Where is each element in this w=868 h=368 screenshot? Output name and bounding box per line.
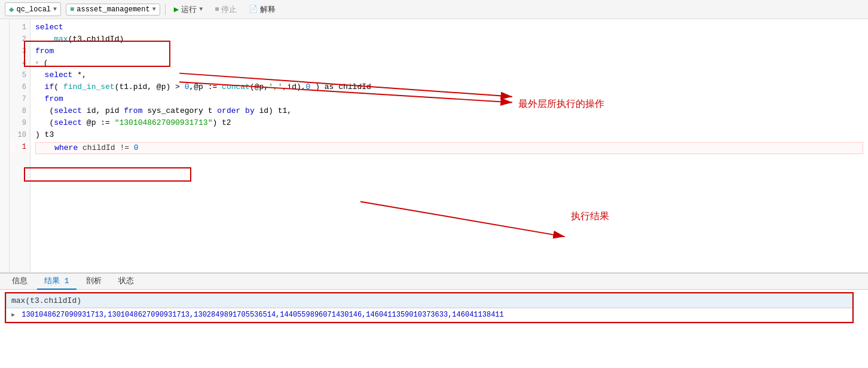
tab-status[interactable]: 状态	[111, 273, 141, 290]
tab-info[interactable]: 信息	[5, 273, 35, 290]
num-0-6: 0	[185, 81, 190, 93]
code-line-9: ( select @p := "130104862709093171​3" ) …	[35, 117, 863, 129]
code-content[interactable]: select max ( t3.childId ) from ▿ (	[30, 19, 868, 276]
run-button[interactable]: ▶ 运行 ▼	[170, 3, 206, 16]
table-selector[interactable]: ■ assset_management ▼	[66, 4, 160, 16]
result-cell: ► 130104862709093171​3,13010486270909317…	[7, 308, 852, 322]
db-dropdown-arrow[interactable]: ▼	[53, 6, 57, 13]
code-line-4: ▿ (	[35, 57, 863, 69]
code-line-5: select *,	[35, 69, 863, 81]
table-dropdown-arrow[interactable]: ▼	[152, 6, 156, 13]
line-num-10: 10	[10, 129, 30, 141]
table-row: ► 130104862709093171​3,13010486270909317…	[7, 308, 852, 322]
paren-8a: (	[49, 105, 54, 117]
kw-select-5: select	[45, 69, 73, 81]
tbl-8: sys_category t	[142, 105, 217, 117]
toolbar: ◆ qc_local ▼ ■ assset_management ▼ ▶ 运行 …	[0, 0, 868, 19]
tab-results[interactable]: 结果 1	[37, 273, 77, 290]
kw-order-8: order by	[217, 105, 254, 117]
where-cond: childId !=	[78, 142, 134, 154]
code-line-10: ) t3	[35, 129, 863, 141]
kw-from-3: from	[35, 45, 54, 57]
paren-6a: (	[54, 81, 63, 93]
kw-from-8: from	[124, 105, 142, 117]
kw-if-6: if	[45, 81, 54, 93]
line-num-5: 5	[10, 69, 30, 81]
func-max: max	[54, 33, 68, 45]
explain-icon: 📄	[249, 5, 258, 14]
indent-7	[35, 93, 45, 105]
stop-icon: ■	[215, 5, 219, 14]
line-num-9: 9	[10, 117, 30, 129]
code-line-2: max ( t3.childId )	[35, 33, 863, 45]
code-line-8: ( select id, pid from sys_category t ord…	[35, 105, 863, 117]
concat-args2: ,id),	[283, 81, 306, 93]
code-line-1: select	[35, 22, 863, 33]
explain-button[interactable]: 📄 解释	[245, 3, 279, 16]
alias-9: ) t2	[212, 117, 231, 129]
paren-6b: ) as childId	[310, 81, 371, 93]
where-indent	[36, 142, 54, 154]
left-gutter	[0, 19, 10, 276]
line-num-8: 8	[10, 105, 30, 117]
db-name: qc_local	[16, 5, 51, 14]
line-num-3: 3	[10, 45, 30, 57]
results-wrapper: max(t3.childId) ► 130104862709093171​3,1…	[0, 290, 868, 328]
paren-2b: )	[119, 33, 124, 45]
line-num-2: 2	[10, 33, 30, 45]
result-table: max(t3.childId) ► 130104862709093171​3,1…	[6, 293, 852, 322]
indent-8	[35, 105, 49, 117]
concat-args: (@p,	[250, 81, 268, 93]
t3-childid: t3.childId	[72, 33, 119, 45]
run-dropdown-arrow[interactable]: ▼	[199, 6, 203, 13]
explain-label: 解释	[260, 4, 276, 15]
indent-6	[35, 81, 45, 93]
indent-5	[35, 69, 45, 81]
comma-6: ,@p :=	[190, 81, 222, 93]
where-val: 0	[134, 142, 139, 154]
cols-8: id, pid	[82, 105, 124, 117]
indent-9	[35, 117, 49, 129]
tabs-bar: 信息 结果 1 剖析 状态	[0, 273, 868, 290]
run-label: 运行	[181, 4, 197, 15]
tab-profile[interactable]: 剖析	[79, 273, 109, 290]
stop-button[interactable]: ■ 停止	[211, 3, 240, 16]
line-num-4: 4	[10, 57, 30, 69]
code-editor[interactable]: 1 2 3 4 5 6 7 8 9 10 1 select max ( t3.c…	[0, 19, 868, 276]
db-selector[interactable]: ◆ qc_local ▼	[5, 2, 61, 16]
func-find: find_in_set	[63, 81, 115, 93]
star-5: *,	[72, 69, 86, 81]
code-line-7: from	[35, 93, 863, 105]
paren-9a: (	[49, 117, 54, 129]
play-icon: ▶	[174, 4, 179, 14]
paren-4: (	[39, 57, 48, 69]
num-0-6b: 0	[306, 81, 311, 93]
kw-from-7: from	[45, 93, 63, 105]
result-col-header: max(t3.childId)	[7, 294, 852, 308]
code-line-6: if ( find_in_set (t1.pid, @p) > 0 ,@p :=…	[35, 81, 863, 93]
orderby-8: id) t1,	[255, 105, 292, 117]
line-num-11: 1	[10, 141, 30, 153]
kw-select-1: select	[35, 22, 63, 33]
kw-where: where	[54, 142, 78, 154]
paren-2a: (	[68, 33, 73, 45]
str-comma: ','	[268, 81, 282, 93]
results-red-box: max(t3.childId) ► 130104862709093171​3,1…	[5, 292, 854, 323]
line-numbers: 1 2 3 4 5 6 7 8 9 10 1	[10, 19, 30, 276]
row-arrow-icon: ►	[11, 312, 15, 318]
result-value: 130104862709093171​3,130104862709093171​…	[22, 311, 504, 319]
toolbar-divider-1	[165, 4, 166, 16]
table-name: assset_management	[77, 5, 149, 14]
line-num-6: 6	[10, 81, 30, 93]
func-concat: concat	[222, 81, 250, 93]
var-9: @p :=	[82, 117, 115, 129]
find-args: (t1.pid, @p) >	[115, 81, 185, 93]
kw-select-8: select	[54, 105, 82, 117]
paren-10: ) t3	[35, 129, 54, 141]
editor-area: 1 2 3 4 5 6 7 8 9 10 1 select max ( t3.c…	[0, 19, 868, 276]
line-num-1: 1	[10, 22, 30, 33]
bottom-section: 信息 结果 1 剖析 状态 max(t3.childId) ► 13010486…	[0, 272, 868, 368]
stop-label: 停止	[221, 4, 237, 15]
code-line-3: from	[35, 45, 863, 57]
code-line-where: where childId != 0	[35, 142, 863, 154]
